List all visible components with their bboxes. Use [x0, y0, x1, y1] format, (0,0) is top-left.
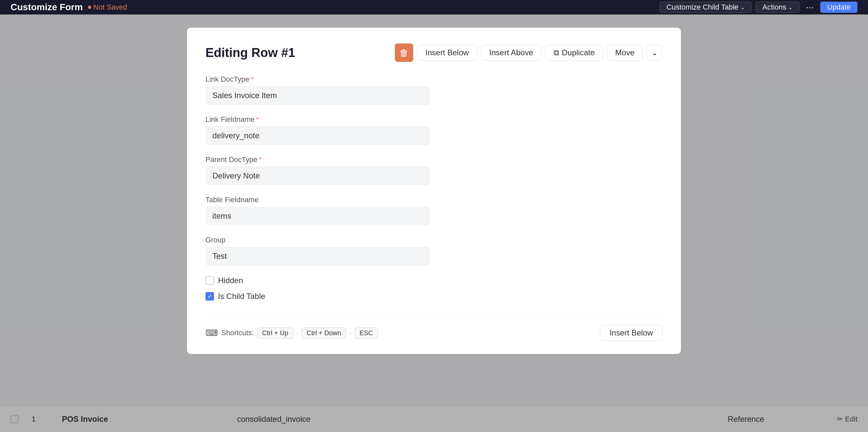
insert-below-button[interactable]: Insert Below [417, 45, 477, 61]
ctrl-up-key: Ctrl + Up [257, 328, 293, 338]
parent-doctype-input[interactable] [206, 166, 429, 185]
update-button[interactable]: Update [820, 2, 858, 13]
link-fieldname-field: Link Fieldname * [206, 115, 662, 145]
more-row-options-button[interactable]: ⌄ [647, 45, 662, 61]
group-field: Group [206, 236, 662, 266]
keyboard-icon: ⌨ [206, 328, 218, 338]
edit-row-modal: Editing Row #1 🗑 Insert Below Insert Abo… [187, 28, 681, 354]
modal-title: Editing Row #1 [206, 46, 295, 60]
required-indicator: * [256, 115, 259, 124]
chevron-down-icon: ⌄ [741, 4, 745, 10]
is-child-table-checkbox[interactable] [206, 292, 214, 301]
insert-above-button[interactable]: Insert Above [481, 45, 541, 61]
actions-button[interactable]: Actions ⌄ [756, 2, 800, 13]
page-title: Customize Form [10, 2, 83, 12]
esc-key: ESC [354, 328, 378, 338]
move-button[interactable]: Move [607, 45, 643, 61]
modal-overlay: Editing Row #1 🗑 Insert Below Insert Abo… [0, 14, 868, 432]
group-label: Group [206, 236, 662, 244]
not-saved-badge: Not Saved [88, 3, 127, 11]
trash-icon: 🗑 [399, 48, 409, 58]
delete-button[interactable]: 🗑 [395, 43, 413, 62]
table-fieldname-field: Table Fieldname [206, 195, 662, 225]
table-fieldname-label: Table Fieldname [206, 195, 662, 204]
footer-insert-below-button[interactable]: Insert Below [600, 325, 662, 341]
not-saved-label: Not Saved [93, 3, 127, 11]
shortcut-separator: · [297, 329, 299, 337]
link-fieldname-input[interactable] [206, 126, 429, 145]
hidden-checkbox-group: Hidden [206, 276, 662, 285]
background-content: 1 POS Invoice consolidated_invoice Refer… [0, 14, 868, 432]
modal-header-actions: 🗑 Insert Below Insert Above ⧉ Duplicate … [395, 43, 662, 62]
required-indicator: * [251, 75, 253, 84]
chevron-down-icon: ⌄ [651, 48, 658, 57]
hidden-checkbox[interactable] [206, 276, 214, 285]
duplicate-button[interactable]: ⧉ Duplicate [545, 45, 603, 61]
modal-footer: ⌨ Shortcuts: Ctrl + Up · Ctrl + Down · E… [206, 317, 662, 341]
link-doctype-label: Link DocType * [206, 75, 662, 84]
shortcut-separator: · [349, 329, 351, 337]
chevron-down-icon: ⌄ [788, 4, 793, 10]
parent-doctype-label: Parent DocType * [206, 155, 662, 164]
top-bar: Customize Form Not Saved Customize Child… [0, 0, 868, 14]
customize-child-table-button[interactable]: Customize Child Table ⌄ [659, 2, 751, 13]
ctrl-down-key: Ctrl + Down [302, 328, 346, 338]
group-input[interactable] [206, 247, 429, 266]
hidden-label: Hidden [218, 276, 243, 285]
parent-doctype-field: Parent DocType * [206, 155, 662, 185]
link-fieldname-label: Link Fieldname * [206, 115, 662, 124]
link-doctype-input[interactable] [206, 86, 429, 105]
more-options-button[interactable]: ··· [803, 2, 816, 12]
duplicate-icon: ⧉ [554, 48, 559, 57]
link-doctype-field: Link DocType * [206, 75, 662, 105]
is-child-table-checkbox-group: Is Child Table [206, 292, 662, 301]
not-saved-dot [88, 6, 91, 9]
required-indicator: * [259, 155, 262, 164]
table-fieldname-input[interactable] [206, 207, 429, 225]
shortcuts-label: Shortcuts: [221, 329, 254, 337]
shortcuts-area: ⌨ Shortcuts: Ctrl + Up · Ctrl + Down · E… [206, 328, 378, 338]
modal-header: Editing Row #1 🗑 Insert Below Insert Abo… [206, 43, 662, 62]
top-bar-actions: Customize Child Table ⌄ Actions ⌄ ··· Up… [659, 2, 858, 13]
is-child-table-label: Is Child Table [218, 292, 266, 301]
